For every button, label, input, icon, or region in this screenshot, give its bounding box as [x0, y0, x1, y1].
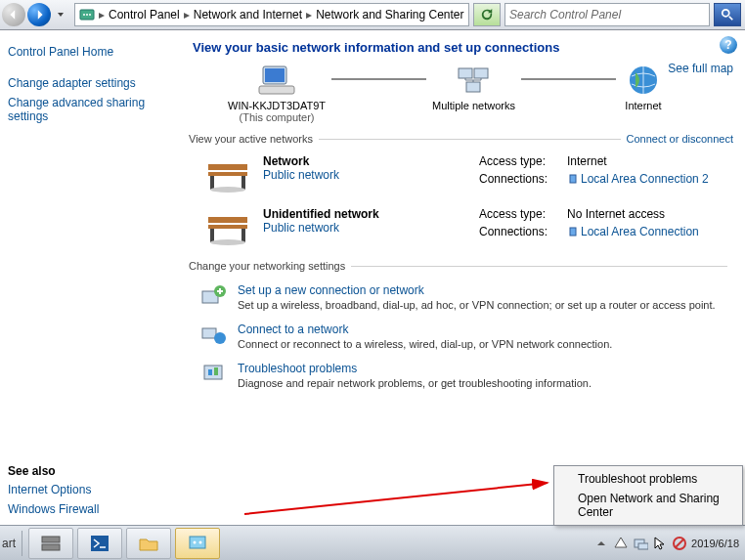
- connection-link[interactable]: Local Area Connection: [581, 225, 699, 238]
- svg-point-27: [214, 332, 226, 344]
- control-panel-home-link[interactable]: Control Panel Home: [8, 45, 113, 59]
- active-networks-header: View your active networks: [189, 133, 313, 145]
- recent-dropdown[interactable]: [53, 11, 68, 19]
- network-type-link[interactable]: Public network: [263, 221, 379, 235]
- task-title[interactable]: Troubleshoot problems: [238, 362, 592, 375]
- internet-label: Internet: [622, 100, 665, 111]
- access-type-value: No Internet access: [567, 207, 665, 221]
- svg-point-2: [86, 14, 88, 16]
- connect-network-icon: [200, 323, 228, 348]
- page-title: View your basic network information and …: [193, 40, 733, 55]
- access-type-label: Access type:: [479, 154, 567, 168]
- powershell-icon: [89, 534, 110, 553]
- breadcrumb[interactable]: Network and Internet: [194, 8, 302, 22]
- task-title[interactable]: Connect to a network: [238, 323, 612, 336]
- breadcrumb[interactable]: Network and Sharing Center: [316, 8, 463, 22]
- change-settings-section: Change your networking settings Set up a…: [189, 260, 733, 389]
- taskbar-powershell[interactable]: [77, 528, 122, 559]
- svg-rect-12: [208, 164, 247, 170]
- this-computer-node: WIN-KKJDT3DAT9T (This computer): [228, 63, 326, 123]
- setup-connection-icon: [200, 283, 228, 309]
- svg-rect-15: [241, 176, 245, 190]
- breadcrumb[interactable]: Control Panel: [109, 8, 180, 22]
- main-panel: ? View your basic network information an…: [181, 30, 745, 527]
- search-icon: [721, 8, 734, 22]
- svg-rect-17: [570, 175, 576, 183]
- svg-point-37: [199, 540, 202, 543]
- internet-options-link[interactable]: Internet Options: [8, 483, 91, 496]
- svg-line-41: [676, 539, 683, 547]
- svg-point-3: [89, 14, 91, 16]
- address-bar[interactable]: ▸ Control Panel ▸ Network and Internet ▸…: [74, 3, 469, 26]
- network-name: Unidentified network: [263, 207, 379, 221]
- change-sharing-link[interactable]: Change advanced sharing settings: [8, 96, 145, 123]
- svg-rect-14: [210, 176, 214, 190]
- map-connector: [331, 78, 426, 82]
- connect-disconnect-link[interactable]: Connect or disconnect: [627, 133, 733, 145]
- svg-rect-23: [570, 228, 576, 236]
- forward-button[interactable]: [27, 3, 51, 26]
- help-icon[interactable]: ?: [720, 36, 737, 54]
- server-manager-icon: [40, 534, 62, 553]
- bench-icon: [204, 154, 251, 194]
- refresh-button[interactable]: [473, 3, 501, 26]
- back-button[interactable]: [2, 3, 25, 26]
- taskbar-explorer[interactable]: [126, 528, 171, 559]
- chevron-down-icon: [57, 11, 65, 19]
- menu-item-troubleshoot[interactable]: Troubleshoot problems: [554, 469, 742, 489]
- network-entry: Unidentified network Public network Acce…: [204, 207, 733, 246]
- task-connect-network: Connect to a network Connect or reconnec…: [200, 323, 733, 350]
- task-desc: Connect or reconnect to a wireless, wire…: [238, 338, 612, 350]
- tray-up-icon[interactable]: [593, 536, 609, 551]
- svg-rect-9: [474, 68, 488, 78]
- tray-action-center-icon[interactable]: [613, 536, 629, 551]
- svg-rect-7: [259, 86, 294, 94]
- control-panel-icon: [187, 534, 208, 553]
- start-fragment[interactable]: art: [0, 537, 18, 550]
- tray-volume-icon[interactable]: [672, 536, 687, 551]
- windows-firewall-link[interactable]: Windows Firewall: [8, 502, 99, 516]
- divider: [319, 139, 621, 140]
- adapter-icon: [567, 226, 579, 237]
- cursor-icon: [652, 536, 668, 551]
- tray-network-icon[interactable]: [633, 536, 648, 551]
- svg-rect-39: [638, 543, 648, 549]
- taskbar-control-panel[interactable]: [175, 528, 220, 559]
- task-desc: Set up a wireless, broadband, dial-up, a…: [238, 299, 716, 311]
- svg-point-4: [723, 10, 729, 17]
- network-type-link[interactable]: Public network: [263, 168, 339, 182]
- search-input[interactable]: Search Control Panel: [504, 3, 710, 26]
- svg-point-1: [83, 14, 85, 16]
- network-properties: Access type:No Internet access Connectio…: [479, 207, 733, 246]
- content-area: Control Panel Home Change adapter settin…: [0, 30, 745, 527]
- taskbar-tray: 2019/6/18: [593, 536, 745, 551]
- control-panel-icon: [79, 7, 95, 22]
- this-computer-name: WIN-KKJDT3DAT9T: [228, 100, 326, 111]
- network-properties: Access type:Internet Connections: Local …: [479, 154, 733, 194]
- refresh-icon: [480, 8, 494, 22]
- change-settings-header: Change your networking settings: [189, 260, 345, 272]
- taskbar-server-manager[interactable]: [28, 528, 73, 559]
- adapter-icon: [567, 173, 579, 185]
- svg-rect-21: [241, 229, 245, 242]
- connection-link[interactable]: Local Area Connection 2: [581, 172, 709, 186]
- svg-point-36: [194, 540, 197, 543]
- chevron-right-icon: ▸: [184, 8, 190, 22]
- task-title[interactable]: Set up a new connection or network: [238, 283, 716, 297]
- internet-node: Internet: [622, 63, 665, 123]
- chevron-right-icon: ▸: [306, 8, 312, 22]
- connections-label: Connections:: [479, 225, 567, 238]
- computer-icon: [255, 63, 298, 98]
- change-adapter-link[interactable]: Change adapter settings: [8, 76, 136, 90]
- network-icon: [453, 63, 496, 98]
- svg-rect-10: [466, 82, 480, 92]
- network-map: WIN-KKJDT3DAT9T (This computer) Multiple…: [228, 63, 733, 123]
- task-desc: Diagnose and repair network problems, or…: [238, 377, 592, 389]
- svg-rect-20: [210, 229, 214, 242]
- menu-item-open-network-center[interactable]: Open Network and Sharing Center: [554, 489, 742, 522]
- svg-rect-30: [214, 367, 218, 375]
- svg-rect-26: [202, 328, 216, 338]
- troubleshoot-icon: [200, 362, 228, 387]
- tray-clock[interactable]: 2019/6/18: [691, 538, 739, 549]
- search-button[interactable]: [714, 3, 741, 26]
